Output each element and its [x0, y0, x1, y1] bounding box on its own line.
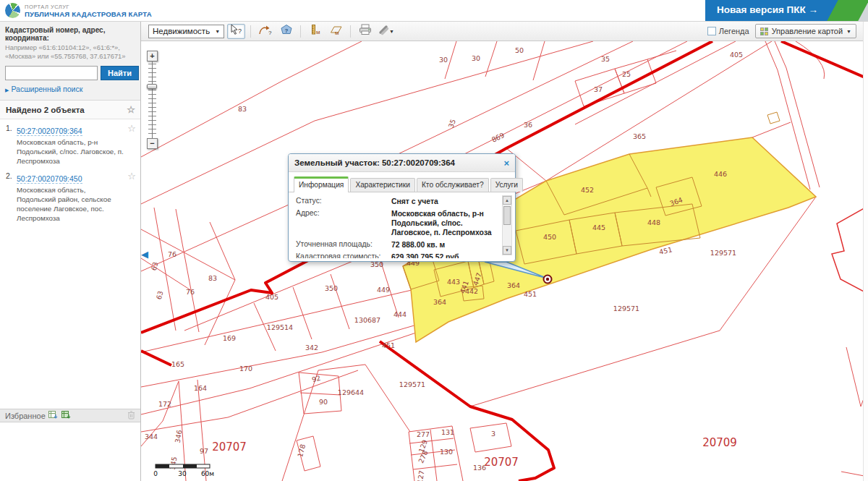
map-control-dropdown[interactable]: Управление картой ▼ [755, 24, 856, 38]
parcel-label: 445 [592, 224, 605, 231]
ruler-area-icon: м [329, 24, 344, 38]
measure-length-button[interactable]: м [306, 24, 324, 39]
zoom-in-button[interactable]: + [147, 51, 158, 61]
find-button[interactable]: Найти [101, 66, 139, 80]
svg-text:м: м [335, 30, 339, 35]
svg-text:30: 30 [178, 470, 187, 477]
parcel-label: 451 [658, 245, 673, 256]
parcel-label: 405 [730, 51, 743, 59]
field-value: Московская область, р-н Подольский, с/по… [391, 209, 499, 237]
scroll-up-icon[interactable]: ▲ [503, 196, 511, 205]
print-button[interactable] [356, 24, 374, 39]
parcel-label: 50 [515, 46, 524, 54]
layer-type-dropdown[interactable]: Недвижимость ▼ [148, 25, 224, 38]
parcel-label: 35 [446, 118, 456, 129]
parcel-label: 3 [491, 430, 495, 438]
parcel-label: 451 [524, 290, 537, 298]
favorites-bar: Избранное [0, 409, 140, 422]
result-link[interactable]: 50:27:0020709:364 [17, 127, 82, 136]
parcel-label: 364 [433, 298, 446, 306]
tab-characteristics[interactable]: Характеристики [350, 178, 415, 192]
result-address: Московская область, Подольский район, се… [17, 186, 126, 223]
parcel-label: 365 [633, 132, 646, 140]
star-icon[interactable]: ☆ [127, 124, 136, 133]
parcel-label: 170 [239, 365, 252, 373]
popup-header[interactable]: Земельный участок: 50:27:0020709:364 × [289, 154, 515, 172]
popup-title: Земельный участок: 50:27:0020709:364 [294, 158, 455, 167]
field-label: Кадастровая стоимость: [296, 252, 391, 258]
field-value: 629 390 795.52 руб. [391, 252, 499, 258]
star-icon[interactable]: ☆ [127, 171, 136, 181]
area-identify-button[interactable]: ? [277, 24, 295, 39]
scale-bar: 0 30 60м [153, 464, 214, 477]
tab-services[interactable]: Услуги [490, 178, 523, 192]
measure-area-button[interactable]: м [327, 24, 345, 39]
legend-label: Легенда [719, 27, 749, 35]
parcel-label: 90 [319, 398, 328, 406]
parcel-label: 164 [194, 384, 207, 392]
page-right-strip [863, 22, 868, 481]
map-marker[interactable] [544, 276, 552, 284]
logo-line1: ПОРТАЛ УСЛУГ [25, 4, 152, 10]
parcel-label: 346 [174, 430, 184, 444]
sidebar-collapse-arrow[interactable]: ◀ [141, 249, 148, 260]
toolbar-separator [350, 25, 351, 38]
parcel-label: 127 [416, 470, 426, 481]
export-excel-icon[interactable] [48, 410, 59, 421]
logo-line2: ПУБЛИЧНАЯ КАДАСТРОВАЯ КАРТА [25, 10, 152, 18]
tools-menu-button[interactable]: ▼ [377, 24, 395, 39]
parcel-label: 450 [543, 233, 556, 241]
parcel-label: 83 [208, 274, 217, 282]
parcel-label: 131 [441, 428, 454, 436]
legend-checkbox[interactable] [707, 27, 716, 35]
ruler-length-icon: м [309, 24, 322, 38]
list-item[interactable]: 2. 50:27:0020709:450 Московская область,… [0, 167, 140, 224]
new-version-banner[interactable]: Новая версия ПКК → [705, 0, 868, 21]
tab-information[interactable]: Информация [294, 176, 349, 192]
legend-toggle[interactable]: Легенда [707, 27, 749, 35]
parcel-label: 165 [171, 360, 184, 368]
parcel-label: 37 [594, 85, 603, 93]
tab-who-serves[interactable]: Кто обслуживает? [417, 178, 489, 192]
zoom-slider-thumb[interactable] [147, 84, 157, 89]
popup-body: Статус:Снят с учета Адрес:Московская обл… [289, 192, 515, 258]
parcel-label: 869 [490, 131, 506, 144]
new-version-button[interactable]: Новая версия ПКК → [717, 4, 818, 15]
chevron-down-icon: ▼ [389, 29, 394, 34]
scroll-down-icon[interactable]: ▼ [503, 246, 511, 255]
popup-scrollbar[interactable]: ▲ ▼ [502, 195, 512, 255]
parcel-label: 76 [168, 250, 176, 258]
identify-tool-button[interactable]: ? [227, 24, 245, 39]
list-item[interactable]: 1. 50:27:0020709:364 Московская область,… [0, 119, 140, 167]
route-identify-button[interactable]: ? [256, 24, 274, 39]
parcel-label: 36 [524, 121, 532, 129]
trash-icon[interactable] [127, 410, 135, 421]
parcel-label: 448 [647, 218, 660, 226]
parcel-label: 449 [377, 286, 390, 294]
parcel-label: 130687 [354, 316, 380, 324]
star-icon[interactable]: ☆ [127, 105, 135, 114]
logo-icon [5, 3, 20, 18]
sidebar: Кадастровый номер, адрес, координата: На… [0, 22, 141, 481]
export-excel-all-icon[interactable] [61, 410, 72, 421]
parcel-label: 405 [265, 293, 278, 301]
svg-text:60м: 60м [201, 470, 214, 477]
parcel-label: 129571 [399, 380, 425, 388]
zoom-slider-rail[interactable] [148, 64, 156, 136]
svg-text:?: ? [238, 27, 242, 35]
advanced-search-link[interactable]: ▶Расширенный поиск [5, 85, 135, 93]
scrollbar-thumb[interactable] [503, 206, 511, 225]
parcel-label: 25 [622, 70, 631, 78]
zoom-out-button[interactable]: − [147, 138, 158, 149]
parcel-label: 30 [439, 56, 448, 64]
portal-logo[interactable]: ПОРТАЛ УСЛУГ ПУБЛИЧНАЯ КАДАСТРОВАЯ КАРТА [5, 3, 152, 18]
search-input[interactable] [5, 66, 98, 80]
parcel-label: 83 [238, 105, 247, 113]
result-link[interactable]: 50:27:0020709:450 [17, 174, 82, 184]
cursor-question-icon: ? [229, 24, 244, 38]
close-icon[interactable]: × [503, 158, 509, 169]
parcel-label: 344 [145, 433, 158, 440]
svg-text:м: м [316, 29, 320, 35]
field-label: Адрес: [296, 209, 391, 237]
parcel-label: 129571 [613, 305, 639, 312]
